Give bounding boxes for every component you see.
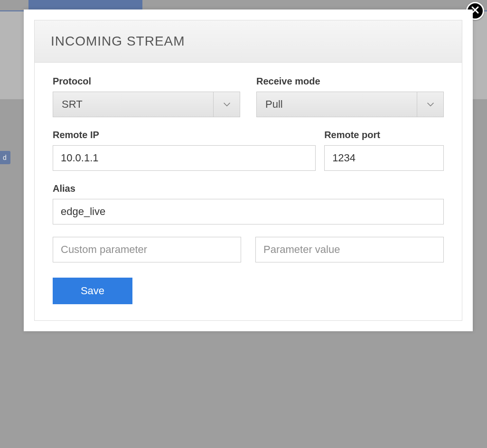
custom-parameter-input[interactable] <box>53 237 241 262</box>
receive-mode-field: Receive mode Pull <box>256 76 444 117</box>
protocol-field: Protocol SRT <box>53 76 240 117</box>
receive-mode-value: Pull <box>257 92 417 117</box>
remote-port-label: Remote port <box>324 130 444 140</box>
parameter-value-field <box>255 237 444 262</box>
chevron-down-icon <box>417 92 443 117</box>
panel-body: Protocol SRT Receive mode Pull <box>35 63 462 320</box>
protocol-select[interactable]: SRT <box>53 92 240 117</box>
remote-ip-input[interactable] <box>53 145 316 171</box>
alias-field: Alias <box>53 183 444 224</box>
protocol-label: Protocol <box>53 76 240 87</box>
remote-ip-field: Remote IP <box>53 130 316 171</box>
protocol-value: SRT <box>53 92 213 117</box>
alias-label: Alias <box>53 183 444 194</box>
save-button[interactable]: Save <box>53 278 132 304</box>
chevron-down-icon <box>213 92 240 117</box>
remote-ip-label: Remote IP <box>53 130 316 140</box>
background-tab <box>28 0 142 10</box>
incoming-stream-modal: INCOMING STREAM Protocol SRT Receive mod… <box>24 9 473 331</box>
background-side-label: d <box>0 151 10 164</box>
receive-mode-select[interactable]: Pull <box>256 92 444 117</box>
parameter-value-input[interactable] <box>255 237 444 262</box>
receive-mode-label: Receive mode <box>256 76 444 87</box>
panel-title: INCOMING STREAM <box>35 20 462 63</box>
incoming-stream-panel: INCOMING STREAM Protocol SRT Receive mod… <box>34 20 462 321</box>
alias-input[interactable] <box>53 199 444 224</box>
remote-port-field: Remote port <box>324 130 444 171</box>
remote-port-input[interactable] <box>324 145 444 171</box>
custom-parameter-field <box>53 237 241 262</box>
